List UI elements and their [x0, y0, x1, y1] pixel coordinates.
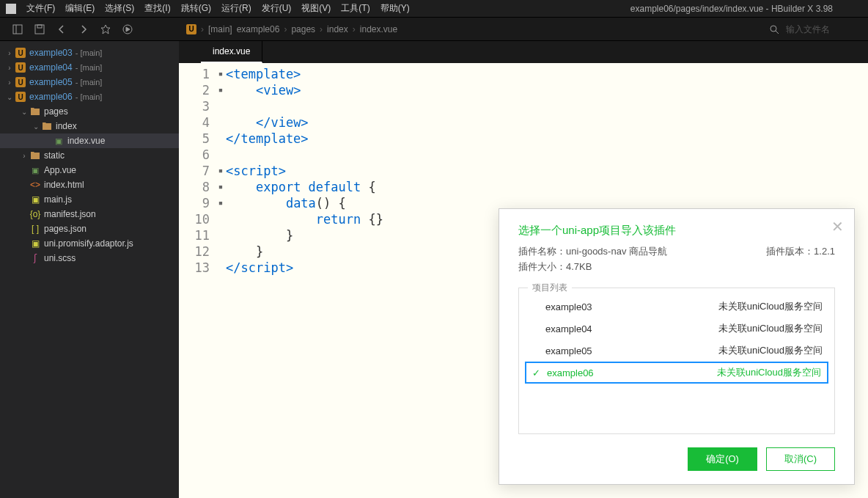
ok-button[interactable]: 确定(O) [688, 447, 757, 471]
project-status: 未关联uniCloud服务空间 [717, 366, 821, 379]
cancel-button[interactable]: 取消(C) [766, 447, 835, 471]
breadcrumb-item[interactable]: [main] [208, 24, 232, 34]
folder-index[interactable]: ⌄ index [0, 119, 179, 133]
menu-run[interactable]: 运行(R) [217, 1, 256, 16]
project-status: 未关联uniCloud服务空间 [718, 322, 823, 335]
check-icon: ✓ [532, 367, 541, 378]
breadcrumb-item[interactable]: index [327, 24, 348, 34]
file-pages-json[interactable]: [ ] pages.json [0, 221, 179, 236]
save-icon[interactable] [34, 23, 45, 35]
sidebar-item-example05[interactable]: › U example05 - [main] [0, 75, 179, 89]
menu-select[interactable]: 选择(S) [100, 1, 139, 16]
folder-label: static [44, 150, 65, 161]
line-gutter: 12345678910111213 [179, 63, 216, 498]
branch-label: - [main] [76, 78, 103, 87]
forward-icon[interactable] [78, 23, 89, 35]
project-name: example05 [531, 345, 592, 356]
svg-rect-2 [35, 25, 44, 34]
project-name: example04 [531, 323, 592, 334]
file-label: App.vue [44, 165, 76, 175]
project-label: example04 [29, 62, 73, 73]
menu-goto[interactable]: 跳转(G) [177, 1, 216, 16]
chevron-down-icon: ⌄ [4, 93, 15, 101]
branch-label: - [main] [76, 48, 103, 57]
file-index-html[interactable]: <> index.html [0, 177, 179, 192]
chevron-right-icon: › [19, 152, 29, 160]
menu-tools[interactable]: 工具(T) [336, 1, 374, 16]
file-manifest-json[interactable]: {o} manifest.json [0, 207, 179, 221]
file-label: pages.json [44, 224, 87, 234]
file-label: main.js [44, 194, 72, 205]
file-app-vue[interactable]: ▣ App.vue [0, 163, 179, 177]
breadcrumb-item[interactable]: example06 [237, 24, 280, 34]
app-logo-icon [6, 4, 16, 14]
chevron-right-icon: › [4, 78, 15, 87]
svg-point-7 [770, 26, 776, 32]
branch-label: - [main] [76, 63, 103, 72]
sidebar-item-example04[interactable]: › U example04 - [main] [0, 60, 179, 75]
fold-column: ▪▪▪▪▪ [216, 63, 226, 498]
dialog-title: 选择一个uni-app项目导入该插件 [518, 224, 835, 238]
toolbar: U › [main] example06 › pages › index › i… [0, 18, 868, 41]
json-file-icon: [ ] [29, 224, 41, 234]
project-status: 未关联uniCloud服务空间 [718, 344, 823, 357]
file-label: uni.promisify.adaptor.js [44, 238, 133, 249]
panel-icon[interactable] [12, 23, 23, 35]
file-label: manifest.json [44, 209, 96, 219]
svg-rect-3 [37, 25, 42, 28]
svg-rect-0 [13, 25, 22, 34]
menu-edit[interactable]: 编辑(E) [61, 1, 99, 16]
project-badge-icon: U [15, 92, 26, 102]
menu-view[interactable]: 视图(V) [297, 1, 335, 16]
file-uni-promisify[interactable]: ▣ uni.promisify.adaptor.js [0, 236, 179, 251]
project-option-example05[interactable]: example05 未关联uniCloud服务空间 [519, 340, 834, 362]
menu-find[interactable]: 查找(I) [140, 1, 174, 16]
menu-help[interactable]: 帮助(Y) [376, 1, 414, 16]
svg-marker-4 [101, 25, 110, 34]
plugin-name-label: 插件名称： [518, 246, 566, 257]
close-icon[interactable]: ✕ [831, 218, 844, 235]
project-name: example03 [531, 301, 592, 312]
chevron-down-icon: ⌄ [19, 108, 29, 116]
project-status: 未关联uniCloud服务空间 [718, 300, 823, 313]
vue-file-icon: ▣ [53, 136, 65, 146]
breadcrumb-item[interactable]: pages [291, 24, 315, 34]
menubar: 文件(F) 编辑(E) 选择(S) 查找(I) 跳转(G) 运行(R) 发行(U… [0, 0, 868, 18]
branch-label: - [main] [76, 92, 103, 101]
folder-icon [29, 151, 41, 160]
folder-static[interactable]: › static [0, 148, 179, 163]
folder-icon [41, 122, 53, 131]
back-icon[interactable] [56, 23, 67, 35]
search-input[interactable] [786, 24, 859, 34]
chevron-right-icon: › [4, 64, 15, 72]
menu-file[interactable]: 文件(F) [22, 1, 59, 16]
search-icon[interactable] [768, 23, 780, 35]
project-option-example06[interactable]: ✓example06 未关联uniCloud服务空间 [525, 362, 828, 384]
svg-line-8 [776, 31, 779, 34]
sidebar: › U example03 - [main] › U example04 - [… [0, 41, 179, 498]
sidebar-item-example03[interactable]: › U example03 - [main] [0, 45, 179, 60]
project-list: 项目列表 example03 未关联uniCloud服务空间 example04… [518, 288, 835, 434]
folder-pages[interactable]: ⌄ pages [0, 104, 179, 119]
vue-file-icon: ▣ [29, 166, 41, 175]
plugin-version-label: 插件版本： [766, 246, 814, 257]
breadcrumb-item[interactable]: index.vue [360, 24, 397, 34]
project-option-example03[interactable]: example03 未关联uniCloud服务空间 [519, 296, 834, 318]
file-index-vue[interactable]: ▣ index.vue [0, 133, 179, 148]
project-option-example04[interactable]: example04 未关联uniCloud服务空间 [519, 318, 834, 340]
tab-index-vue[interactable]: index.vue [201, 41, 262, 63]
plugin-size-label: 插件大小： [518, 261, 566, 272]
file-main-js[interactable]: ▣ main.js [0, 192, 179, 207]
sidebar-item-example06[interactable]: ⌄ U example06 - [main] [0, 89, 179, 104]
star-icon[interactable] [100, 23, 111, 35]
list-legend: 项目列表 [528, 282, 572, 294]
play-icon[interactable] [122, 23, 133, 35]
project-label: example03 [29, 48, 73, 58]
menu-publish[interactable]: 发行(U) [257, 1, 296, 16]
project-badge-icon: U [15, 62, 26, 73]
project-label: example05 [29, 77, 73, 87]
project-badge-icon: U [186, 24, 196, 34]
file-uni-scss[interactable]: ʃ uni.scss [0, 251, 179, 266]
chevron-down-icon: ⌄ [31, 122, 41, 131]
folder-label: pages [44, 106, 68, 117]
